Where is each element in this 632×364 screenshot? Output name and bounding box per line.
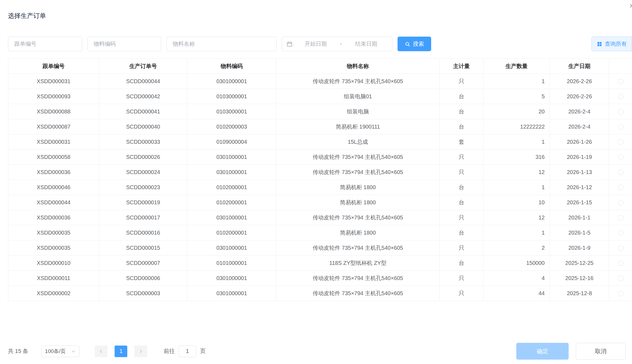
page-size-value: 100条/页 [45, 348, 66, 355]
material-name-input[interactable] [166, 37, 277, 51]
cell-material-code: 0101000001 [187, 256, 276, 271]
radio-cell [609, 240, 632, 256]
close-icon[interactable]: × [629, 2, 632, 10]
cell-unit: 台 [440, 89, 484, 104]
row-select-radio[interactable] [618, 230, 623, 236]
table-row[interactable]: XSDD000011SCDD0000060301000001传动皮轮件 735×… [8, 271, 632, 286]
row-select-radio[interactable] [618, 260, 623, 266]
table-row[interactable]: XSDD000010SCDD0000070101000001118S ZY型纸杯… [8, 256, 632, 271]
cell-prod-order-no: SCDD000015 [99, 240, 187, 256]
cell-prod-order-no: SCDD000019 [99, 195, 187, 210]
row-select-radio[interactable] [618, 154, 623, 160]
row-select-radio[interactable] [618, 200, 623, 205]
row-select-radio[interactable] [618, 276, 623, 281]
cell-order-no: XSDD000035 [8, 240, 99, 256]
table-row[interactable]: XSDD000035SCDD0000150301000001传动皮轮件 735×… [8, 240, 632, 256]
cell-order-no: XSDD000031 [8, 134, 99, 150]
table-row[interactable]: XSDD000031SCDD000033010900000415L总成套1202… [8, 134, 632, 150]
query-all-button[interactable]: 查询所有 [592, 37, 632, 51]
cell-prod-order-no: SCDD000033 [99, 134, 187, 150]
select-production-order-dialog: 选择生产订单 × 开始日期 - 结束日期 [0, 0, 632, 364]
cell-order-no: XSDD000087 [8, 119, 99, 134]
calendar-icon [287, 41, 293, 47]
row-select-radio[interactable] [618, 291, 623, 296]
table-row[interactable]: XSDD000093SCDD0000420103000001组装电脑01台520… [8, 89, 632, 104]
table-row[interactable]: XSDD000035SCDD0000160102000001简易机柜 1800台… [8, 225, 632, 240]
material-code-input[interactable] [87, 37, 161, 51]
confirm-button[interactable]: 确定 [516, 343, 569, 360]
row-select-radio[interactable] [618, 109, 623, 115]
cell-material-code: 0301000001 [187, 150, 276, 165]
row-select-radio[interactable] [618, 124, 623, 130]
goto-label: 前往 [164, 347, 175, 355]
column-header: 物料名称 [276, 59, 440, 74]
cell-order-no: XSDD000036 [8, 165, 99, 180]
row-select-radio[interactable] [618, 94, 623, 99]
radio-cell [609, 286, 632, 301]
table-row[interactable]: XSDD000044SCDD0000190102000001简易机柜 1800台… [8, 195, 632, 210]
cell-unit: 台 [440, 119, 484, 134]
row-select-radio[interactable] [618, 185, 623, 190]
page-size-select[interactable]: 100条/页 [41, 346, 79, 357]
cell-unit: 套 [440, 134, 484, 150]
goto-page-input[interactable] [179, 346, 196, 357]
cell-material-code: 0301000001 [187, 165, 276, 180]
cell-qty: 150000 [484, 256, 550, 271]
cell-prod-order-no: SCDD000040 [99, 119, 187, 134]
cell-unit: 只 [440, 150, 484, 165]
cell-date: 2025-12-8 [550, 286, 609, 301]
cell-prod-order-no: SCDD000041 [99, 104, 187, 119]
total-count-label: 共 15 条 [8, 347, 28, 355]
cell-material-code: 0103000001 [187, 89, 276, 104]
order-table-body: XSDD000031SCDD0000440301000001传动皮轮件 735×… [8, 74, 632, 301]
goto-unit-label: 页 [200, 347, 206, 355]
query-all-button-label: 查询所有 [605, 40, 627, 48]
row-select-radio[interactable] [618, 245, 623, 251]
cell-unit: 只 [440, 271, 484, 286]
search-button-label: 搜索 [413, 40, 424, 48]
order-table-header-row: 跟单编号生产订单号物料编码物料名称主计量生产数量生产日期 [8, 59, 632, 74]
cell-unit: 只 [440, 74, 484, 89]
row-select-radio[interactable] [618, 79, 623, 84]
page-number-1[interactable]: 1 [115, 346, 127, 357]
table-row[interactable]: XSDD000036SCDD0000240301000001传动皮轮件 735×… [8, 165, 632, 180]
docket-no-input[interactable] [8, 37, 82, 51]
cell-qty: 1 [484, 134, 550, 150]
cell-prod-order-no: SCDD000042 [99, 89, 187, 104]
cell-material-name: 118S ZY型纸杯机 ZY型 [276, 256, 440, 271]
radio-cell [609, 74, 632, 89]
cell-order-no: XSDD000046 [8, 180, 99, 195]
radio-cell [609, 256, 632, 271]
row-select-radio[interactable] [618, 139, 623, 145]
cell-material-name: 组装电脑 [276, 104, 440, 119]
row-select-radio[interactable] [618, 170, 623, 175]
cell-date: 2026-1-26 [550, 134, 609, 150]
prev-page-button[interactable] [95, 346, 107, 357]
cell-qty: 12 [484, 210, 550, 225]
table-row[interactable]: XSDD000031SCDD0000440301000001传动皮轮件 735×… [8, 74, 632, 89]
date-range-picker[interactable]: 开始日期 - 结束日期 [282, 37, 392, 51]
radio-cell [609, 271, 632, 286]
cell-date: 2026-1-5 [550, 225, 609, 240]
cell-material-code: 0102000001 [187, 180, 276, 195]
cell-qty: 44 [484, 286, 550, 301]
next-page-button[interactable] [134, 346, 147, 357]
table-row[interactable]: XSDD000087SCDD0000400102000003简易机柜 19001… [8, 119, 632, 134]
table-row[interactable]: XSDD000046SCDD0000230102000001简易机柜 1800台… [8, 180, 632, 195]
cell-prod-order-no: SCDD000044 [99, 74, 187, 89]
cancel-button[interactable]: 取消 [576, 343, 626, 360]
table-row[interactable]: XSDD000002SCDD0000030301000001传动皮轮件 735×… [8, 286, 632, 301]
cell-qty: 20 [484, 104, 550, 119]
cell-material-name: 简易机柜 1800 [276, 195, 440, 210]
cell-unit: 只 [440, 210, 484, 225]
cell-material-name: 传动皮轮件 735×794 主机孔540×605 [276, 165, 440, 180]
cell-date: 2026-1-9 [550, 240, 609, 256]
cell-material-code: 0301000001 [187, 210, 276, 225]
table-row[interactable]: XSDD000088SCDD0000410103000001组装电脑台20202… [8, 104, 632, 119]
magnifier-icon [405, 41, 410, 47]
row-select-radio[interactable] [618, 215, 623, 221]
table-row[interactable]: XSDD000058SCDD0000260301000001传动皮轮件 735×… [8, 150, 632, 165]
table-row[interactable]: XSDD000036SCDD0000170301000001传动皮轮件 735×… [8, 210, 632, 225]
cell-order-no: XSDD000011 [8, 271, 99, 286]
search-button[interactable]: 搜索 [398, 37, 431, 51]
